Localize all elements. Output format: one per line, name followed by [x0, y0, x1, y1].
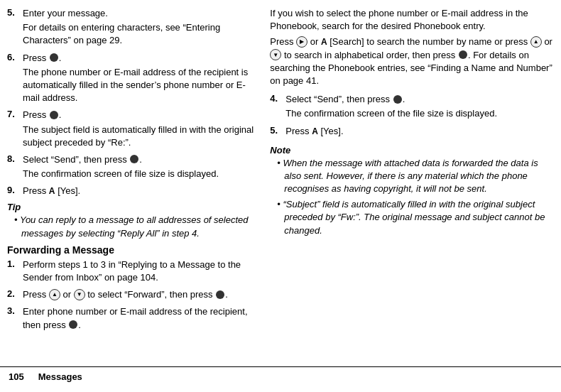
step-8-sub: The confirmation screen of file size is … — [23, 168, 256, 180]
letter-a-search: A — [321, 38, 327, 48]
circle-icon-r4 — [393, 95, 402, 104]
note-item-1: • When the message with attached data is… — [277, 157, 554, 196]
right-step-4: 4. Select “Send”, then press . The confi… — [270, 93, 554, 120]
letter-a-r5: A — [312, 126, 318, 136]
circle-icon-8 — [130, 155, 138, 163]
step-9-num: 9. — [7, 185, 23, 195]
tip-section: Tip • You can reply to a message to all … — [7, 202, 256, 239]
step-9: 9. Press A [Yes]. — [7, 185, 256, 197]
step-6-sub: The phone number or E-mail address of th… — [23, 66, 256, 105]
content-area: 5. Enter your message. For details on en… — [0, 7, 561, 366]
fwd-step-1-text: Perform steps 1 to 3 in “Replying to a M… — [23, 258, 256, 284]
nav-up-icon: ▲ — [49, 289, 60, 300]
step-5: 5. Enter your message. For details on en… — [7, 7, 256, 48]
step-7-sub: The subject field is automatically fille… — [23, 124, 256, 149]
step-5-num: 5. — [7, 7, 23, 18]
fwd-step-3-num: 3. — [7, 305, 23, 316]
step-5-text: Enter your message. — [23, 7, 256, 20]
footer-section-title: Messages — [38, 371, 82, 382]
right-step-4-text: Select “Send”, then press . — [285, 93, 554, 106]
tip-heading: Tip — [7, 202, 256, 212]
step-7: 7. Press . The subject field is automati… — [7, 109, 256, 149]
forwarding-heading: Forwarding a Message — [7, 244, 256, 256]
step-6: 6. Press . The phone number or E-mail ad… — [7, 52, 256, 105]
letter-a-9: A — [49, 186, 55, 196]
footer: 105 Messages — [0, 366, 561, 385]
right-intro-sub: Press ▶ or A [Search] to search the numb… — [270, 36, 554, 87]
circle-icon-r — [459, 50, 467, 59]
left-column: 5. Enter your message. For details on en… — [7, 7, 266, 366]
right-step-5-num: 5. — [270, 125, 285, 136]
tip-item-1: • You can reply to a message to all addr… — [14, 214, 256, 239]
step-6-text: Press . — [23, 52, 256, 65]
nav-right-icon: ▶ — [296, 36, 307, 48]
circle-icon-fwd3 — [69, 320, 77, 329]
right-column: If you wish to select the phone number o… — [266, 7, 554, 366]
step-8: 8. Select “Send”, then press . The confi… — [7, 153, 256, 180]
right-step-4-sub: The confirmation screen of the file size… — [285, 107, 554, 120]
nav-down-icon: ▼ — [74, 289, 85, 300]
step-7-text: Press . — [23, 109, 256, 121]
right-step-4-num: 4. — [270, 93, 285, 104]
circle-icon-fwd2 — [216, 290, 224, 299]
right-step-5-text: Press A [Yes]. — [285, 125, 554, 138]
circle-icon-7 — [50, 111, 58, 119]
step-5-sub: For details on entering characters, see … — [23, 21, 256, 47]
right-step-5: 5. Press A [Yes]. — [270, 125, 554, 138]
note-item-2: • “Subject” field is automatically fille… — [277, 198, 554, 237]
fwd-step-3-text: Enter phone number or E-mail address of … — [23, 305, 256, 331]
fwd-step-2-text: Press ▲ or ▼ to select “Forward”, then p… — [23, 288, 256, 301]
step-8-num: 8. — [7, 153, 23, 164]
step-6-num: 6. — [7, 52, 23, 62]
note-heading: Note — [270, 145, 554, 156]
page: 5. Enter your message. For details on en… — [0, 0, 561, 392]
fwd-step-1-num: 1. — [7, 258, 23, 269]
note-section: Note • When the message with attached da… — [270, 145, 554, 237]
right-intro: If you wish to select the phone number o… — [270, 7, 554, 33]
step-7-num: 7. — [7, 109, 23, 119]
nav-up-icon-r: ▲ — [530, 36, 542, 48]
fwd-step-1: 1. Perform steps 1 to 3 in “Replying to … — [7, 258, 256, 284]
fwd-step-3: 3. Enter phone number or E-mail address … — [7, 305, 256, 331]
nav-down-icon-r: ▼ — [270, 49, 281, 60]
step-9-text: Press A [Yes]. — [23, 185, 256, 197]
fwd-step-2-num: 2. — [7, 288, 23, 299]
fwd-step-2: 2. Press ▲ or ▼ to select “Forward”, the… — [7, 288, 256, 301]
circle-icon-6 — [50, 53, 58, 62]
footer-page-number: 105 — [9, 371, 24, 382]
step-8-text: Select “Send”, then press . — [23, 153, 256, 166]
